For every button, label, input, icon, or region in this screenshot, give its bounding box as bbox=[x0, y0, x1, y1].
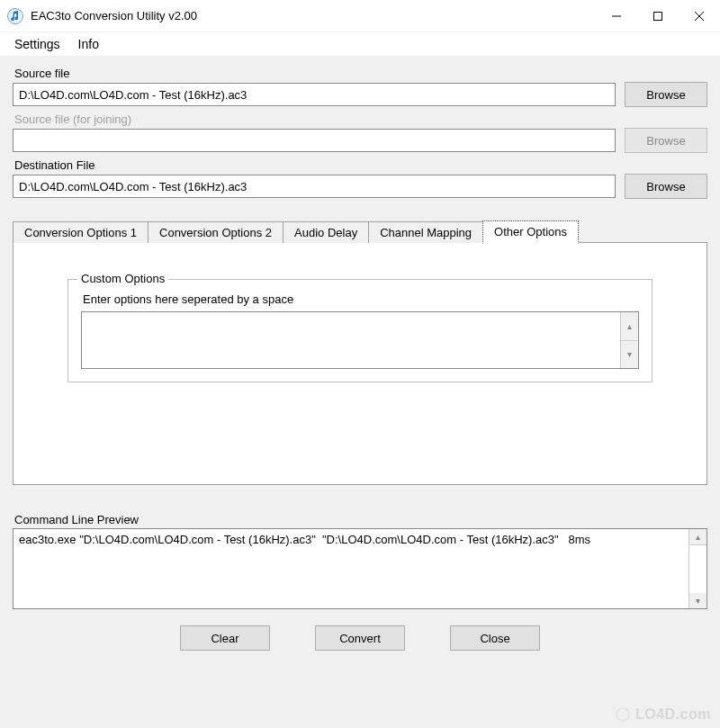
custom-options-scroll: ▴ ▾ bbox=[620, 312, 638, 368]
title-bar: EAC3to Conversion Utility v2.00 bbox=[0, 0, 720, 32]
command-preview-wrap: eac3to.exe "D:\LO4D.com\LO4D.com - Test … bbox=[13, 528, 707, 609]
command-preview-label: Command Line Preview bbox=[14, 513, 707, 526]
bottom-button-row: Clear Convert Close bbox=[13, 625, 707, 651]
scroll-track bbox=[689, 545, 706, 592]
scroll-down-icon[interactable]: ▾ bbox=[621, 341, 638, 369]
source-join-label: Source file (for joining) bbox=[14, 112, 707, 126]
tab-conversion-options-2[interactable]: Conversion Options 2 bbox=[148, 221, 284, 243]
tab-strip: Conversion Options 1 Conversion Options … bbox=[13, 220, 707, 243]
tabs: Conversion Options 1 Conversion Options … bbox=[13, 220, 707, 486]
custom-options-legend: Custom Options bbox=[77, 272, 168, 285]
custom-options-hint: Enter options here seperated by a space bbox=[83, 292, 637, 306]
tab-audio-delay[interactable]: Audio Delay bbox=[283, 221, 369, 243]
window-title: EAC3to Conversion Utility v2.00 bbox=[31, 9, 197, 22]
command-preview-scroll: ▴ ▾ bbox=[688, 529, 706, 608]
source-browse-button[interactable]: Browse bbox=[625, 82, 707, 107]
custom-options-input[interactable] bbox=[82, 312, 620, 368]
menu-bar: Settings Info bbox=[0, 32, 720, 56]
tab-conversion-options-1[interactable]: Conversion Options 1 bbox=[13, 221, 148, 243]
convert-button[interactable]: Convert bbox=[315, 625, 405, 651]
menu-settings[interactable]: Settings bbox=[5, 35, 69, 53]
minimize-button[interactable] bbox=[596, 3, 637, 30]
command-preview-text[interactable]: eac3to.exe "D:\LO4D.com\LO4D.com - Test … bbox=[14, 529, 688, 608]
scroll-up-icon[interactable]: ▴ bbox=[621, 312, 638, 341]
tab-other-options[interactable]: Other Options bbox=[482, 220, 579, 244]
client-area: Source file Browse Source file (for join… bbox=[0, 56, 720, 728]
source-join-browse-button: Browse bbox=[625, 128, 707, 153]
scroll-up-icon[interactable]: ▴ bbox=[689, 529, 706, 545]
maximize-button[interactable] bbox=[637, 3, 679, 30]
command-preview-block: Command Line Preview eac3to.exe "D:\LO4D… bbox=[13, 511, 707, 609]
destination-file-label: Destination File bbox=[14, 158, 707, 172]
scroll-down-icon[interactable]: ▾ bbox=[689, 593, 706, 608]
tab-panel-other-options: Custom Options Enter options here sepera… bbox=[13, 242, 707, 485]
destination-file-block: Destination File Browse bbox=[13, 157, 707, 199]
source-file-label: Source file bbox=[14, 67, 707, 80]
close-window-button[interactable] bbox=[679, 3, 720, 30]
tab-channel-mapping[interactable]: Channel Mapping bbox=[368, 221, 483, 243]
svg-rect-2 bbox=[654, 12, 662, 20]
destination-file-input[interactable] bbox=[13, 175, 616, 198]
source-file-block: Source file Browse bbox=[13, 65, 707, 107]
source-join-input[interactable] bbox=[13, 129, 616, 152]
custom-options-group: Custom Options Enter options here sepera… bbox=[68, 279, 652, 382]
app-icon bbox=[7, 8, 23, 24]
svg-point-0 bbox=[8, 8, 23, 23]
menu-info[interactable]: Info bbox=[69, 35, 108, 53]
source-file-input[interactable] bbox=[13, 83, 616, 106]
custom-options-input-wrap: ▴ ▾ bbox=[81, 311, 639, 369]
source-join-block: Source file (for joining) Browse bbox=[13, 111, 707, 153]
clear-button[interactable]: Clear bbox=[180, 625, 270, 651]
destination-browse-button[interactable]: Browse bbox=[625, 174, 707, 199]
close-button[interactable]: Close bbox=[450, 625, 540, 651]
